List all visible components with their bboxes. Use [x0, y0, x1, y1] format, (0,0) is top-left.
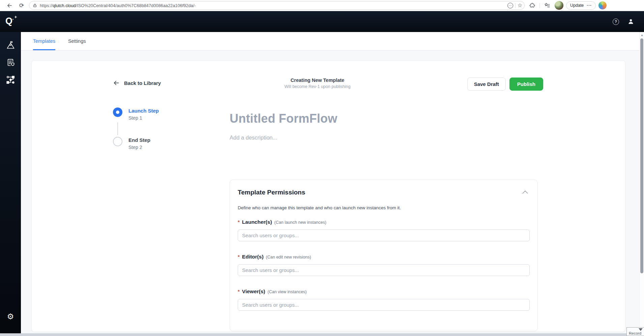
step-item-end[interactable]: End Step Step 2 [113, 137, 159, 150]
url-path: /ISO%20Central/404/auth0%7C68b847d0086aa… [76, 3, 196, 8]
step-item-launch[interactable]: Launch Step Step 1 [113, 108, 159, 121]
divider [539, 3, 540, 8]
triangle-down-icon [639, 328, 643, 331]
favorites-list-icon [544, 2, 550, 8]
copilot-icon[interactable] [598, 1, 607, 9]
sidebar-item-documents[interactable] [5, 57, 16, 67]
sidebar-item-settings[interactable]: ⚙ [0, 312, 21, 321]
step-navigator: Launch Step Step 1 End Step Step 2 [113, 108, 159, 150]
url-text[interactable]: https://qlutch.cloud/ISO%20Central/404/a… [40, 3, 505, 8]
document-shield-icon [6, 58, 15, 67]
lock-icon [33, 3, 37, 8]
launchers-hint: (Can launch new instances) [274, 220, 326, 225]
browser-extensions-button[interactable] [527, 1, 537, 10]
step-sub: Step 1 [128, 115, 159, 121]
help-button[interactable]: ? [613, 19, 619, 25]
update-label: Update [570, 3, 584, 8]
viewers-hint: (Can view instances) [267, 289, 306, 294]
divider [515, 3, 516, 8]
gear-icon: ⚙ [7, 312, 14, 321]
user-account-button[interactable] [627, 18, 635, 25]
template-title-input[interactable]: Untitled FormFlow [230, 112, 337, 126]
viewers-label: Viewer(s) [242, 288, 265, 295]
back-arrow-icon [7, 3, 12, 8]
editors-field-group: * Editor(s) (Can edit new revisions) [238, 254, 530, 276]
logo-letter: Q [5, 16, 12, 26]
step-name: Launch Step [128, 108, 159, 114]
page-tabbar: Templates Settings [21, 32, 639, 51]
viewers-search-input[interactable] [238, 299, 530, 311]
step-idle-icon [113, 137, 122, 146]
help-icon: ? [615, 20, 617, 24]
permissions-title: Template Permissions [238, 189, 305, 196]
tab-settings[interactable]: Settings [68, 32, 86, 50]
more-options-icon: ··· [587, 3, 592, 8]
reading-mode-icon[interactable]: ⋯ [507, 3, 513, 8]
save-draft-button[interactable]: Save Draft [467, 78, 506, 91]
browser-favorites-button[interactable] [543, 1, 552, 10]
editors-hint: (Can edit new revisions) [266, 255, 311, 259]
launchers-field-group: * Launcher(s) (Can launch new instances) [238, 219, 530, 241]
editors-search-input[interactable] [238, 264, 530, 276]
back-arrow-icon [113, 80, 120, 86]
user-icon [630, 19, 632, 22]
viewers-field-group: * Viewer(s) (Can view instances) [238, 288, 530, 311]
template-editor-card: Back to Library Creating New Template Wi… [31, 60, 625, 332]
step-name: End Step [128, 137, 150, 143]
workflow-icon [6, 75, 15, 84]
main-content: Back to Library Creating New Template Wi… [21, 51, 639, 333]
required-marker: * [238, 254, 240, 259]
address-bar[interactable]: https://qlutch.cloud/ISO%20Central/404/a… [29, 1, 525, 10]
back-link-label: Back to Library [124, 80, 161, 86]
sidebar-item-workflows[interactable] [5, 74, 16, 85]
chevron-up-icon[interactable] [523, 191, 528, 196]
template-description-input[interactable]: Add a description... [230, 134, 337, 141]
step-sub: Step 2 [128, 145, 150, 150]
scroll-up-arrow-icon[interactable]: ▲ [640, 33, 644, 37]
editors-label: Editor(s) [242, 254, 264, 260]
app-sidebar: ⚙ [0, 11, 21, 333]
launchers-search-input[interactable] [238, 230, 530, 241]
browser-profile-avatar[interactable] [555, 1, 563, 10]
publish-button[interactable]: Publish [509, 78, 543, 91]
required-marker: * [238, 219, 240, 225]
horizontal-scrollbar[interactable] [0, 333, 644, 336]
tab-templates[interactable]: Templates [33, 32, 55, 50]
puzzle-icon [529, 3, 535, 8]
record-label: Record [629, 331, 641, 335]
editor-subtitle: Will become Rev-1 upon publishing [280, 84, 355, 89]
template-permissions-section: Template Permissions Define who can mana… [230, 180, 538, 331]
back-to-library-link[interactable]: Back to Library [113, 80, 161, 86]
vertical-scrollbar[interactable]: ▲ [639, 32, 644, 333]
browser-toolbar: ⟳ https://qlutch.cloud/ISO%20Central/404… [0, 0, 644, 11]
app-header: Q ? [0, 11, 644, 32]
browser-update-menu-button[interactable]: Update ··· [566, 1, 596, 10]
vertical-scrollbar-thumb[interactable] [640, 38, 643, 273]
editor-title: Creating New Template [280, 78, 355, 83]
sidebar-item-milestones[interactable] [5, 40, 16, 50]
url-scheme: https:// [40, 3, 53, 8]
step-active-icon [113, 108, 122, 117]
required-marker: * [238, 288, 240, 294]
sparkle-icon [14, 16, 17, 19]
launchers-label: Launcher(s) [242, 219, 272, 225]
url-host: qlutch.cloud [53, 3, 76, 8]
browser-back-button[interactable] [5, 1, 14, 10]
refresh-icon: ⟳ [19, 3, 24, 8]
mountain-flag-icon [6, 41, 15, 50]
favorite-star-icon[interactable]: ☆ [518, 3, 522, 8]
step-connector [117, 122, 118, 135]
qlutch-logo-icon[interactable]: Q [4, 15, 18, 28]
record-indicator[interactable]: Record [626, 327, 644, 336]
browser-refresh-button[interactable]: ⟳ [17, 1, 26, 10]
permissions-description: Define who can manage this template and … [238, 205, 530, 210]
editor-status: Creating New Template Will become Rev-1 … [280, 78, 355, 89]
